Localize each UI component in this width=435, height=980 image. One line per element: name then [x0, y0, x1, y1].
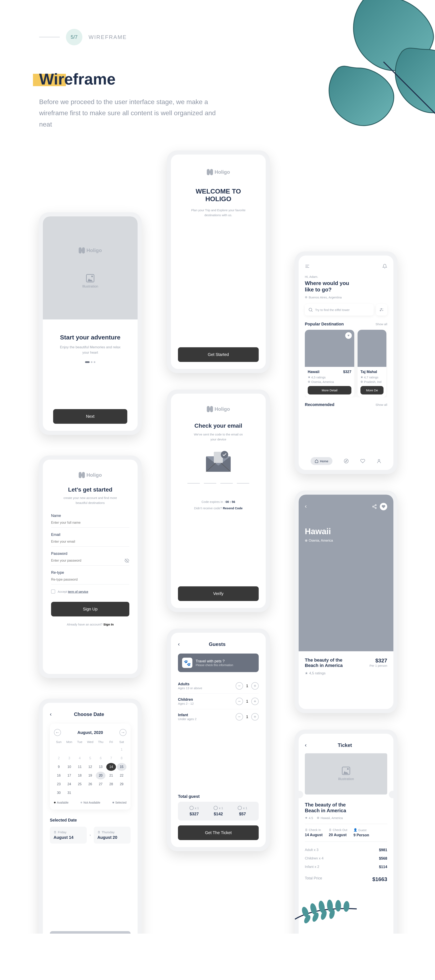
- favorite-button[interactable]: ♥: [345, 332, 352, 339]
- pets-title: Travel with pets ?: [196, 659, 233, 663]
- minus-button[interactable]: −: [236, 713, 243, 721]
- calendar-day[interactable]: 27: [96, 780, 105, 788]
- current-location: Buenos Aires, Argentina: [309, 296, 342, 299]
- calendar-day[interactable]: 28: [106, 780, 116, 788]
- prev-month-icon[interactable]: ←: [54, 729, 61, 736]
- plus-button[interactable]: +: [251, 713, 259, 721]
- back-icon[interactable]: ‹: [305, 742, 307, 748]
- legend-item: Selected: [113, 801, 127, 804]
- back-icon[interactable]: ‹: [305, 503, 307, 510]
- get-started-button[interactable]: Get Started: [178, 347, 259, 362]
- get-ticket-button[interactable]: Get The Ticket: [178, 826, 259, 840]
- calendar-day[interactable]: 10: [65, 763, 74, 771]
- plus-button[interactable]: +: [251, 682, 259, 690]
- calendar-day[interactable]: 4: [75, 754, 85, 762]
- header-line: [39, 37, 60, 37]
- calendar-day[interactable]: 18: [75, 772, 85, 780]
- plus-button[interactable]: +: [251, 698, 259, 705]
- logo-icon: [79, 472, 85, 478]
- bell-icon[interactable]: [382, 264, 387, 269]
- calendar-day[interactable]: 2: [54, 754, 64, 762]
- calendar-day[interactable]: 14: [106, 763, 116, 771]
- calendar-day[interactable]: 26: [86, 780, 95, 788]
- col-price: $142: [214, 811, 223, 816]
- calendar-day[interactable]: 31: [65, 789, 74, 797]
- favorite-button[interactable]: [380, 503, 387, 510]
- calendar-day[interactable]: 12: [86, 763, 95, 771]
- menu-icon[interactable]: [305, 264, 310, 269]
- signup-sub: create your new account and find more be…: [51, 495, 129, 505]
- tos-checkbox[interactable]: [51, 589, 55, 593]
- minus-button[interactable]: −: [236, 682, 243, 690]
- destination-card[interactable]: ♥Hawaii$327★4,5 ratings⊕Osenia, AmericaM…: [305, 330, 354, 397]
- calendar-day[interactable]: 7: [106, 754, 116, 762]
- next-month-icon[interactable]: →: [119, 729, 127, 736]
- calendar-day[interactable]: 29: [117, 780, 127, 788]
- calendar-day[interactable]: 21: [106, 772, 116, 780]
- nav-home-tab[interactable]: Home: [311, 457, 332, 465]
- heart-icon[interactable]: [360, 458, 365, 463]
- share-icon[interactable]: [372, 504, 377, 509]
- resend-link[interactable]: Resend Code: [223, 506, 243, 510]
- more-detail-button[interactable]: More Detail: [308, 386, 351, 395]
- totals-row: x 1$327x 1$142x 1$57: [178, 802, 259, 821]
- calendar-day[interactable]: 8: [117, 754, 127, 762]
- calendar-day[interactable]: 17: [65, 772, 74, 780]
- brand-name: Holigo: [86, 472, 102, 478]
- back-icon[interactable]: ‹: [50, 711, 52, 718]
- calendar-day[interactable]: 23: [54, 780, 64, 788]
- calendar-day[interactable]: 13: [96, 763, 105, 771]
- calendar-day[interactable]: 5: [86, 754, 95, 762]
- calendar-day[interactable]: 20: [96, 772, 105, 780]
- day-header: Sat: [117, 740, 127, 744]
- ticket-row: Children x 4$568: [305, 854, 387, 863]
- calendar-day[interactable]: 25: [75, 780, 85, 788]
- show-all-link[interactable]: Show all: [375, 322, 387, 326]
- otp-inputs[interactable]: [178, 483, 259, 484]
- more-detail-button[interactable]: More De: [360, 386, 384, 395]
- heart-icon: [382, 505, 385, 508]
- destination-card[interactable]: Taj Mahal★4,7 ratings⊕Pradesh, IndMore D…: [357, 330, 386, 397]
- user-icon[interactable]: [376, 458, 381, 463]
- welcome-sub: Plan your Trip and Explore your favorite…: [178, 208, 259, 218]
- eye-off-icon[interactable]: [124, 558, 129, 563]
- calendar-day[interactable]: 6: [96, 754, 105, 762]
- svg-point-7: [373, 506, 374, 507]
- email-input[interactable]: [51, 537, 129, 547]
- calendar-day[interactable]: 24: [65, 780, 74, 788]
- screen-home: Hi, Adam. Where would you like to go? ⊕B…: [295, 251, 397, 474]
- calendar-day[interactable]: 9: [54, 763, 64, 771]
- ticket-rating: 4.5: [309, 816, 313, 820]
- filter-button[interactable]: [376, 304, 387, 315]
- calendar-day[interactable]: 22: [117, 772, 127, 780]
- calendar-day[interactable]: 1: [117, 746, 127, 754]
- calendar-day[interactable]: 15: [117, 763, 127, 771]
- pets-banner[interactable]: 🐾 Travel with pets ?Please check this in…: [178, 654, 259, 672]
- search-input[interactable]: Try to find the eiffel tower: [305, 304, 374, 315]
- calendar-day[interactable]: 30: [54, 789, 64, 797]
- sliders-icon: [379, 307, 384, 312]
- retype-input[interactable]: [51, 575, 129, 584]
- ticket-row: Adult x 3$981: [305, 846, 387, 854]
- checkout-label: Check Out: [333, 828, 347, 832]
- signin-link[interactable]: Sign In: [103, 623, 114, 626]
- brand-name: Holigo: [214, 169, 230, 175]
- next-button[interactable]: Next: [50, 931, 130, 934]
- star-icon: ★: [305, 816, 308, 820]
- show-all-link[interactable]: Show all: [375, 403, 387, 406]
- minus-button[interactable]: −: [236, 698, 243, 705]
- calendar-day[interactable]: 19: [86, 772, 95, 780]
- password-input[interactable]: [51, 556, 129, 566]
- next-button[interactable]: Next: [53, 409, 127, 424]
- calendar-day[interactable]: 11: [75, 763, 85, 771]
- name-input[interactable]: [51, 518, 129, 528]
- calendar-day[interactable]: 16: [54, 772, 64, 780]
- verify-button[interactable]: Verify: [178, 586, 259, 601]
- tos-link[interactable]: term of service: [68, 590, 88, 593]
- back-icon[interactable]: ‹: [178, 641, 180, 648]
- signup-button[interactable]: Sign Up: [51, 602, 129, 616]
- ticket-row: Infant x 2$114: [305, 863, 387, 871]
- compass-icon[interactable]: [344, 458, 349, 463]
- calendar-day[interactable]: 3: [65, 754, 74, 762]
- screen-guests: ‹Guests 🐾 Travel with pets ?Please check…: [167, 628, 270, 851]
